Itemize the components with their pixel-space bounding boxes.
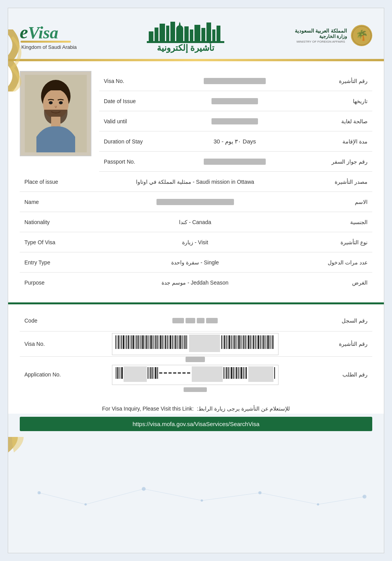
valid-until-redacted <box>211 118 258 124</box>
svg-rect-142 <box>152 367 153 379</box>
visa-document: e Visa Kingdom of Saudi Arabia <box>8 8 384 553</box>
purpose-arabic: الغرض <box>310 276 372 289</box>
svg-rect-90 <box>175 335 176 349</box>
svg-rect-79 <box>157 335 158 349</box>
passport-arabic: رقم جواز السفر <box>314 155 372 168</box>
main-content: Visa No. رقم التأشيرة Date of Issue تاري… <box>8 61 384 302</box>
svg-rect-36 <box>184 26 189 41</box>
svg-rect-119 <box>253 335 254 349</box>
svg-rect-81 <box>160 335 162 349</box>
svg-rect-67 <box>138 335 139 349</box>
svg-rect-102 <box>226 335 227 349</box>
code-seg-2 <box>186 318 195 323</box>
entry-type-arabic: عدد مرات الدخول <box>310 256 372 269</box>
svg-rect-76 <box>153 335 153 349</box>
svg-rect-115 <box>247 335 247 349</box>
type-of-visa-row: Type Of Visa زيارة - Visit نوع التأشيرة <box>20 232 372 252</box>
svg-rect-91 <box>177 335 177 349</box>
date-of-issue-redacted <box>211 98 258 104</box>
svg-rect-40 <box>206 22 211 41</box>
app-redact-1 <box>186 357 205 362</box>
visa-no-value <box>155 75 314 87</box>
city-silhouette-icon <box>147 18 224 43</box>
svg-rect-159 <box>231 367 232 379</box>
svg-rect-146 <box>159 372 162 374</box>
purpose-row: Purpose موسم جدة - Jeddah Season الغرض <box>20 273 372 293</box>
svg-rect-105 <box>231 335 232 349</box>
svg-rect-30 <box>166 26 169 41</box>
duration-arabic: مدة الإقامة <box>314 135 372 148</box>
footer-url-bar[interactable]: https://visa.mofa.gov.sa/VisaServices/Se… <box>20 417 372 431</box>
svg-rect-151 <box>182 372 186 374</box>
entry-type-label: Entry Type <box>20 256 80 269</box>
svg-rect-51 <box>51 117 60 126</box>
barcode-section: Code رقم السجل Visa No. <box>8 304 384 400</box>
svg-rect-96 <box>184 335 186 349</box>
svg-rect-66 <box>136 335 137 349</box>
purpose-label: Purpose <box>20 276 80 289</box>
nationality-label: Nationality <box>20 216 80 228</box>
svg-rect-61 <box>128 335 129 349</box>
svg-rect-163 <box>238 367 239 379</box>
svg-rect-154 <box>224 367 224 379</box>
code-seg-4 <box>206 318 218 323</box>
svg-rect-166 <box>243 367 244 379</box>
svg-rect-141 <box>150 367 151 379</box>
svg-rect-69 <box>141 335 141 349</box>
header-center: تأشيرة إلكترونية <box>147 18 224 53</box>
evisa-logo: e Visa <box>20 21 77 43</box>
ministry-arabic-line2: وزارة الخارجية <box>295 34 347 39</box>
svg-rect-144 <box>155 367 156 379</box>
svg-rect-128 <box>267 335 269 349</box>
ministry-text: المملكة العربية السعودية وزارة الخارجية … <box>295 28 347 43</box>
svg-point-15 <box>84 503 87 506</box>
type-of-visa-label: Type Of Visa <box>20 236 80 249</box>
saudi-emblem-icon: 🌴 <box>351 25 372 46</box>
app-barcode-icon <box>113 366 276 382</box>
entry-type-value: سفرة واحدة - Single <box>80 256 310 269</box>
svg-rect-95 <box>183 335 184 349</box>
visa-no-label: Visa No. <box>99 75 155 87</box>
code-label: Code <box>20 314 80 327</box>
purpose-value: موسم جدة - Jeddah Season <box>80 276 310 289</box>
app-no-redacted-text <box>186 357 205 362</box>
svg-rect-41 <box>212 29 215 41</box>
app-no-label: Application No. <box>20 368 80 381</box>
svg-rect-59 <box>125 335 126 349</box>
date-of-issue-value <box>155 95 314 107</box>
svg-rect-58 <box>123 335 124 349</box>
passport-label: Passport No. <box>99 155 155 168</box>
passport-redacted <box>204 159 266 165</box>
nationality-value: كندا - Canada <box>80 216 310 228</box>
svg-point-16 <box>142 487 146 491</box>
svg-point-14 <box>38 491 41 494</box>
page-content: e Visa Kingdom of Saudi Arabia <box>8 8 384 452</box>
svg-rect-127 <box>266 335 266 349</box>
svg-rect-160 <box>233 367 234 379</box>
svg-line-26 <box>318 497 364 504</box>
header: e Visa Kingdom of Saudi Arabia <box>8 8 384 59</box>
svg-rect-71 <box>144 335 145 349</box>
svg-rect-136 <box>120 367 120 379</box>
svg-rect-60 <box>126 335 127 349</box>
svg-rect-97 <box>189 335 220 352</box>
svg-rect-55 <box>118 335 119 349</box>
duration-value: ٣٠ يوم - 30 Days <box>155 135 314 148</box>
svg-rect-92 <box>178 335 179 349</box>
svg-rect-139 <box>148 367 148 379</box>
svg-rect-116 <box>248 335 249 349</box>
svg-rect-120 <box>255 335 256 349</box>
svg-point-50 <box>59 101 63 104</box>
evisa-visa-text: Visa <box>28 23 58 43</box>
fields-right: Visa No. رقم التأشيرة Date of Issue تاري… <box>99 71 372 172</box>
code-value <box>80 318 310 323</box>
svg-rect-147 <box>164 372 167 374</box>
nationality-row: Nationality كندا - Canada الجنسية <box>20 212 372 232</box>
passport-value <box>155 155 314 168</box>
kingdom-text: Kingdom of Saudi Arabia <box>21 44 77 50</box>
svg-rect-101 <box>224 335 225 349</box>
svg-rect-56 <box>120 335 120 349</box>
svg-rect-38 <box>194 25 200 41</box>
footer-url: https://visa.mofa.gov.sa/VisaServices/Se… <box>132 421 260 427</box>
svg-rect-125 <box>263 335 264 349</box>
